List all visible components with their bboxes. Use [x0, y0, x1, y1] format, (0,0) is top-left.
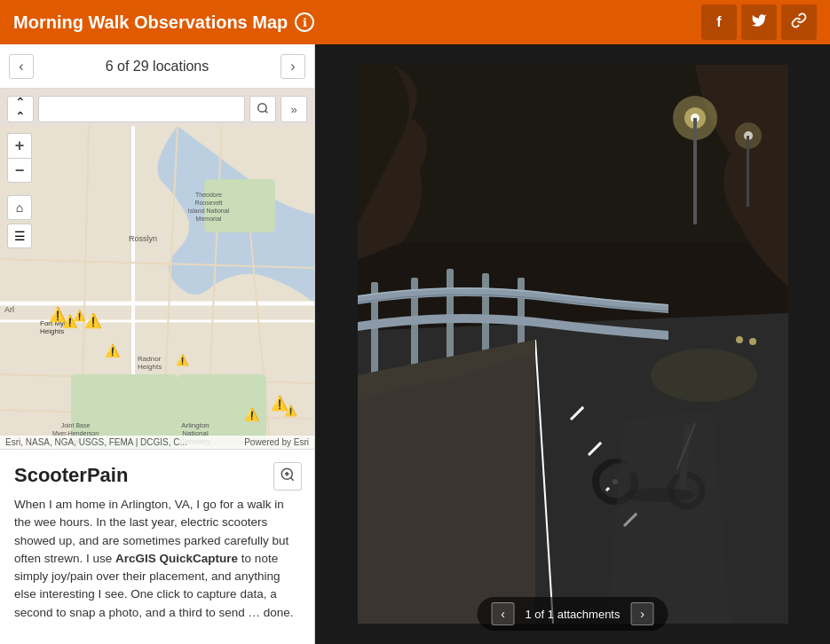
- home-icon: ⌂: [16, 200, 23, 215]
- link-icon: [791, 12, 807, 33]
- attribution-right: Powered by Esri: [244, 437, 309, 447]
- attachment-counter: 1 of 1 attachments: [526, 608, 621, 621]
- zoom-in-button[interactable]: +: [7, 133, 32, 158]
- svg-rect-46: [693, 118, 697, 224]
- collapse-icon: ⌃⌃: [15, 95, 26, 123]
- svg-rect-49: [747, 136, 749, 207]
- map-extra-buttons: ⌂ ☰: [7, 195, 32, 248]
- attribution-left: Esri, NASA, NGA, USGS, FEMA | DCGIS, C..…: [5, 437, 187, 447]
- map-canvas: Rosslyn Theodore Roosevelt Island Nation…: [0, 126, 314, 449]
- photo-panel: ‹ 1 of 1 attachments ›: [315, 44, 830, 644]
- svg-point-67: [651, 349, 757, 402]
- svg-text:Radnor: Radnor: [138, 355, 162, 363]
- facebook-button[interactable]: f: [701, 4, 737, 40]
- next-attachment-button[interactable]: ›: [630, 602, 653, 625]
- zoom-to-button[interactable]: [273, 462, 302, 491]
- svg-text:Roosevelt: Roosevelt: [194, 200, 222, 206]
- info-panel: ScooterPain When I am home in Arlington,…: [0, 449, 314, 644]
- svg-text:Memorial: Memorial: [196, 216, 222, 222]
- photo-container: ‹ 1 of 1 attachments ›: [315, 44, 830, 644]
- twitter-button[interactable]: [741, 4, 777, 40]
- search-icon: [257, 102, 269, 117]
- facebook-icon: f: [716, 14, 721, 30]
- list-button[interactable]: ☰: [7, 224, 32, 248]
- map-container[interactable]: ⌃⌃ » + − ⌂: [0, 89, 314, 449]
- twitter-icon: [751, 12, 767, 33]
- location-title: ScooterPain: [14, 464, 300, 487]
- left-panel: ‹ 6 of 29 locations › ⌃⌃ »: [0, 44, 315, 644]
- svg-point-57: [613, 479, 618, 484]
- collapse-panel-button[interactable]: ⌃⌃: [7, 96, 34, 122]
- zoom-to-icon: [280, 467, 296, 487]
- main-content: ‹ 6 of 29 locations › ⌃⌃ »: [0, 44, 830, 644]
- prev-attachment-button[interactable]: ‹: [492, 602, 515, 625]
- svg-text:⚠️: ⚠️: [176, 353, 189, 366]
- header-actions: f: [701, 4, 817, 40]
- description-highlight: ArcGIS QuickCapture: [115, 552, 238, 565]
- svg-text:Arl: Arl: [4, 305, 14, 314]
- app-title: Morning Walk Observations Map: [13, 12, 288, 33]
- svg-text:Island National: Island National: [188, 208, 230, 214]
- location-description: When I am home in Arlington, VA, I go fo…: [14, 496, 300, 622]
- svg-text:Rosslyn: Rosslyn: [129, 234, 157, 243]
- svg-text:Heights: Heights: [138, 363, 162, 371]
- svg-point-66: [749, 338, 756, 345]
- list-icon: ☰: [14, 229, 26, 243]
- share-link-button[interactable]: [781, 4, 817, 40]
- svg-text:Theodore: Theodore: [195, 192, 222, 198]
- svg-point-0: [258, 103, 266, 111]
- next-location-button[interactable]: ›: [281, 54, 305, 79]
- location-nav-bar: ‹ 6 of 29 locations ›: [0, 44, 314, 89]
- photo-image: [358, 65, 788, 624]
- location-counter: 6 of 29 locations: [106, 59, 209, 75]
- map-toolbar: ⌃⌃ »: [7, 96, 307, 122]
- svg-text:⚠️: ⚠️: [105, 343, 121, 358]
- map-search-input[interactable]: [38, 96, 245, 122]
- svg-text:⚠️: ⚠️: [84, 312, 102, 329]
- svg-text:Heights: Heights: [40, 327, 64, 335]
- expand-panel-button[interactable]: »: [281, 96, 307, 122]
- svg-text:⚠️: ⚠️: [244, 407, 260, 422]
- map-attribution: Esri, NASA, NGA, USGS, FEMA | DCGIS, C..…: [0, 436, 314, 449]
- expand-icon: »: [290, 103, 296, 116]
- zoom-out-button[interactable]: −: [7, 158, 32, 183]
- map-zoom-controls: + −: [7, 133, 32, 183]
- header-left: Morning Walk Observations Map ℹ: [13, 12, 314, 33]
- svg-text:Arlington: Arlington: [181, 421, 209, 429]
- svg-text:⚠️: ⚠️: [284, 404, 297, 417]
- prev-location-button[interactable]: ‹: [9, 54, 34, 79]
- attachment-nav: ‹ 1 of 1 attachments ›: [478, 597, 668, 631]
- svg-text:Joint Base: Joint Base: [61, 422, 91, 428]
- svg-rect-12: [204, 179, 275, 232]
- app-header: Morning Walk Observations Map ℹ f: [0, 0, 830, 44]
- svg-point-65: [736, 336, 743, 343]
- info-button[interactable]: ℹ: [295, 12, 314, 32]
- home-button[interactable]: ⌂: [7, 195, 32, 220]
- map-search-button[interactable]: [249, 96, 276, 122]
